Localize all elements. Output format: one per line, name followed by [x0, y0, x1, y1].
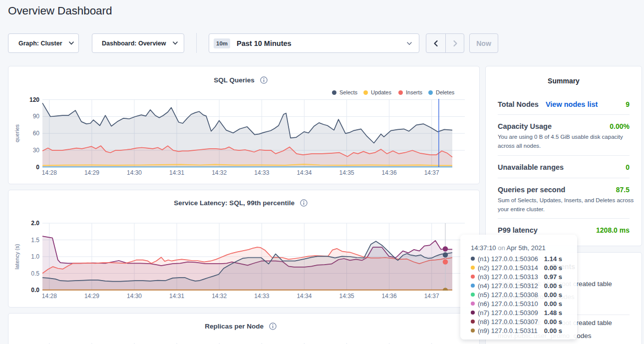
- svg-text:14:36: 14:36: [382, 293, 397, 300]
- svg-text:0.5: 0.5: [31, 270, 39, 277]
- svg-text:14:34: 14:34: [297, 293, 312, 300]
- svg-text:14:31: 14:31: [169, 293, 184, 300]
- svg-text:60: 60: [33, 130, 40, 137]
- svg-text:14:29: 14:29: [84, 293, 99, 300]
- svg-text:90: 90: [33, 113, 40, 120]
- svg-text:latency (s): latency (s): [14, 244, 20, 270]
- svg-text:14:37: 14:37: [424, 293, 439, 300]
- svg-text:0.0: 0.0: [31, 287, 39, 294]
- svg-text:14:29: 14:29: [84, 169, 99, 176]
- svg-text:14:32: 14:32: [212, 293, 227, 300]
- svg-text:14:36: 14:36: [382, 169, 397, 176]
- svg-text:30: 30: [33, 147, 40, 154]
- svg-text:14:28: 14:28: [42, 293, 57, 300]
- svg-text:14:33: 14:33: [254, 293, 269, 300]
- svg-text:14:31: 14:31: [169, 169, 184, 176]
- svg-text:120: 120: [29, 96, 39, 103]
- svg-text:2.0: 2.0: [31, 220, 39, 227]
- svg-text:14:35: 14:35: [339, 169, 354, 176]
- svg-text:14:35: 14:35: [339, 293, 354, 300]
- svg-text:queries: queries: [14, 124, 20, 142]
- svg-text:14:30: 14:30: [127, 293, 142, 300]
- svg-text:14:33: 14:33: [254, 169, 269, 176]
- svg-text:14:34: 14:34: [297, 169, 312, 176]
- svg-text:14:37: 14:37: [424, 169, 439, 176]
- svg-text:0: 0: [36, 164, 39, 171]
- svg-text:1.5: 1.5: [31, 237, 39, 244]
- svg-text:14:32: 14:32: [212, 169, 227, 176]
- svg-text:14:30: 14:30: [127, 169, 142, 176]
- svg-text:1.0: 1.0: [31, 253, 39, 260]
- svg-text:14:28: 14:28: [42, 169, 57, 176]
